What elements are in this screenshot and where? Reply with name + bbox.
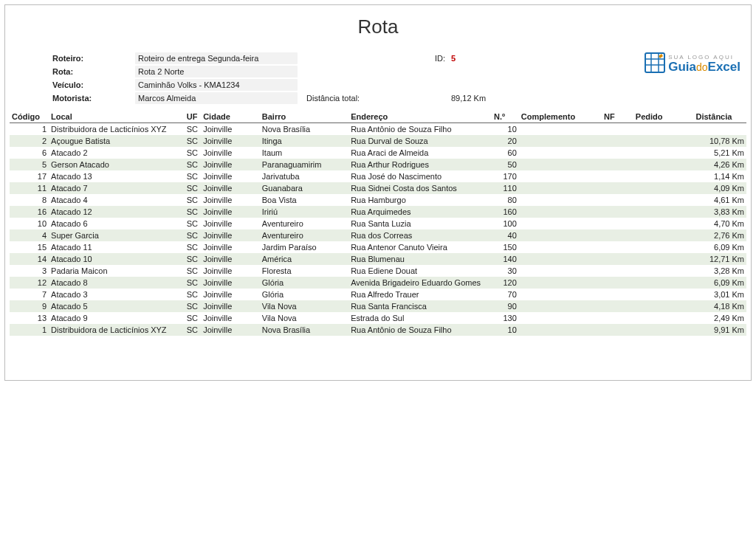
cell-num: 110 bbox=[492, 182, 519, 194]
cell-nf bbox=[602, 218, 633, 229]
cell-pedido bbox=[633, 206, 694, 218]
cell-num: 170 bbox=[492, 170, 519, 182]
page-title: Rota bbox=[10, 15, 746, 38]
cell-distancia: 2,49 Km bbox=[693, 312, 746, 324]
cell-uf: SC bbox=[185, 218, 201, 229]
cell-complemento bbox=[519, 289, 602, 300]
table-row: 13Atacado 9SCJoinvilleVila NovaEstrada d… bbox=[10, 312, 746, 324]
cell-nf bbox=[602, 147, 633, 159]
cell-bairro: Glória bbox=[260, 277, 348, 289]
cell-cidade: Joinville bbox=[201, 147, 260, 159]
cell-nf bbox=[602, 229, 633, 241]
th-endereco: Endereço bbox=[348, 111, 492, 123]
cell-cidade: Joinville bbox=[201, 324, 260, 336]
cell-uf: SC bbox=[185, 194, 201, 206]
cell-complemento bbox=[519, 206, 602, 218]
cell-local: Açougue Batista bbox=[49, 135, 185, 147]
value-id: 5 bbox=[451, 54, 469, 63]
cell-uf: SC bbox=[185, 159, 201, 170]
cell-pedido bbox=[633, 277, 694, 289]
cell-codigo: 12 bbox=[10, 277, 49, 289]
cell-pedido bbox=[633, 182, 694, 194]
cell-num: 140 bbox=[492, 253, 519, 265]
cell-num: 30 bbox=[492, 265, 519, 277]
cell-cidade: Joinville bbox=[201, 218, 260, 229]
cell-num: 90 bbox=[492, 300, 519, 312]
cell-num: 80 bbox=[492, 194, 519, 206]
cell-cidade: Joinville bbox=[201, 265, 260, 277]
logo-excel: Excel bbox=[708, 60, 740, 74]
cell-bairro: Guanabara bbox=[260, 182, 348, 194]
cell-local: Distribuidora de Lacticínios XYZ bbox=[49, 324, 185, 336]
cell-local: Atacado 2 bbox=[49, 147, 185, 159]
cell-complemento bbox=[519, 253, 602, 265]
cell-cidade: Joinville bbox=[201, 170, 260, 182]
cell-endereco: Rua Antenor Canuto Vieira bbox=[348, 241, 492, 253]
cell-distancia: 3,28 Km bbox=[693, 265, 746, 277]
cell-codigo: 1 bbox=[10, 324, 49, 336]
table-row: 17Atacado 13SCJoinvilleJarivatubaRua Jos… bbox=[10, 170, 746, 182]
cell-complemento bbox=[519, 170, 602, 182]
cell-endereco: Rua Durval de Souza bbox=[348, 135, 492, 147]
cell-bairro: Vila Nova bbox=[260, 312, 348, 324]
cell-complemento bbox=[519, 229, 602, 241]
cell-num: 130 bbox=[492, 312, 519, 324]
cell-nf bbox=[602, 253, 633, 265]
cell-distancia: 1,14 Km bbox=[693, 170, 746, 182]
cell-uf: SC bbox=[185, 265, 201, 277]
table-row: 6Atacado 2SCJoinvilleItaumRua Araci de A… bbox=[10, 147, 746, 159]
cell-endereco: Rua José do Nascimento bbox=[348, 170, 492, 182]
th-complemento: Complemento bbox=[519, 111, 602, 123]
cell-codigo: 17 bbox=[10, 170, 49, 182]
cell-num: 10 bbox=[492, 123, 519, 135]
cell-local: Atacado 10 bbox=[49, 253, 185, 265]
cell-cidade: Joinville bbox=[201, 135, 260, 147]
cell-distancia: 4,70 Km bbox=[693, 218, 746, 229]
cell-codigo: 14 bbox=[10, 253, 49, 265]
cell-distancia: 5,21 Km bbox=[693, 147, 746, 159]
cell-uf: SC bbox=[185, 135, 201, 147]
cell-distancia: 9,91 Km bbox=[693, 324, 746, 336]
cell-codigo: 15 bbox=[10, 241, 49, 253]
cell-pedido bbox=[633, 170, 694, 182]
cell-nf bbox=[602, 277, 633, 289]
brand-logo: SUA LOGO AQUI GuiadoExcel bbox=[621, 52, 746, 75]
cell-codigo: 6 bbox=[10, 147, 49, 159]
cell-codigo: 10 bbox=[10, 218, 49, 229]
spreadsheet-icon bbox=[644, 52, 666, 75]
cell-endereco: Rua Araci de Almeida bbox=[348, 147, 492, 159]
th-uf: UF bbox=[185, 111, 201, 123]
cell-complemento bbox=[519, 312, 602, 324]
th-pedido: Pedido bbox=[633, 111, 694, 123]
table-row: 11Atacado 7SCJoinvilleGuanabaraRua Sidne… bbox=[10, 182, 746, 194]
cell-endereco: Rua Blumenau bbox=[348, 253, 492, 265]
cell-local: Atacado 12 bbox=[49, 206, 185, 218]
cell-endereco: Rua Antônio de Souza Filho bbox=[348, 324, 492, 336]
cell-codigo: 4 bbox=[10, 229, 49, 241]
cell-uf: SC bbox=[185, 241, 201, 253]
cell-distancia bbox=[693, 123, 746, 135]
logo-guia: Guia bbox=[668, 60, 696, 74]
cell-endereco: Avenida Brigadeiro Eduardo Gomes bbox=[348, 277, 492, 289]
cell-local: Super Garcia bbox=[49, 229, 185, 241]
table-row: 14Atacado 10SCJoinvilleAméricaRua Blumen… bbox=[10, 253, 746, 265]
cell-cidade: Joinville bbox=[201, 253, 260, 265]
cell-endereco: Rua Arthur Rodrigues bbox=[348, 159, 492, 170]
cell-bairro: Boa Vista bbox=[260, 194, 348, 206]
cell-bairro: Nova Brasília bbox=[260, 324, 348, 336]
th-num: N.º bbox=[492, 111, 519, 123]
cell-bairro: Itinga bbox=[260, 135, 348, 147]
cell-uf: SC bbox=[185, 324, 201, 336]
cell-uf: SC bbox=[185, 289, 201, 300]
cell-uf: SC bbox=[185, 206, 201, 218]
cell-bairro: Glória bbox=[260, 289, 348, 300]
cell-local: Distribuidora de Lacticínios XYZ bbox=[49, 123, 185, 135]
cell-local: Atacado 11 bbox=[49, 241, 185, 253]
label-roteiro: Roteiro: bbox=[10, 54, 135, 63]
cell-distancia: 4,61 Km bbox=[693, 194, 746, 206]
cell-pedido bbox=[633, 253, 694, 265]
cell-endereco: Rua Alfredo Trauer bbox=[348, 289, 492, 300]
cell-local: Atacado 13 bbox=[49, 170, 185, 182]
label-dist-total: Distância total: bbox=[303, 94, 451, 103]
cell-cidade: Joinville bbox=[201, 123, 260, 135]
